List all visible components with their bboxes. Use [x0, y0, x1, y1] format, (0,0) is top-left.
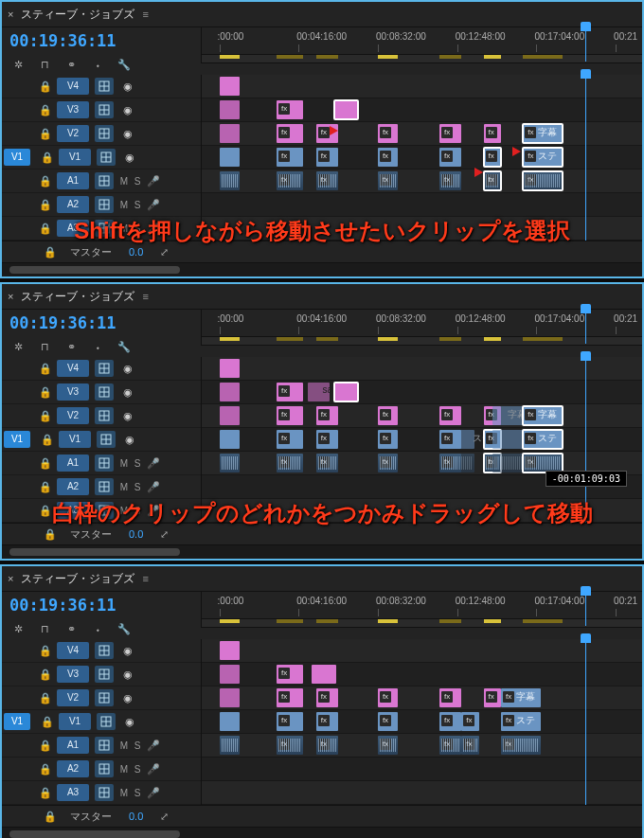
lock-icon[interactable]: 🔒 — [34, 481, 57, 493]
mute-button[interactable]: M — [117, 176, 131, 187]
fx-badge[interactable]: fx — [441, 739, 453, 750]
track-header-v3[interactable]: 🔒 V3 ◉ — [2, 663, 201, 686]
source-patch-v1[interactable]: V1 — [4, 713, 30, 730]
clip[interactable]: fx — [316, 430, 338, 449]
sync-lock-icon[interactable] — [95, 502, 114, 519]
track-label[interactable]: A3 — [57, 784, 89, 801]
eye-icon[interactable]: ◉ — [119, 716, 140, 728]
sync-lock-icon[interactable] — [95, 101, 114, 118]
fx-badge[interactable]: fx — [503, 691, 514, 703]
track-lane[interactable] — [202, 193, 642, 217]
lock-icon[interactable]: 🔒 — [36, 152, 59, 164]
mic-icon[interactable]: 🎤 — [144, 223, 163, 235]
track-label[interactable]: A3 — [57, 502, 89, 519]
clip[interactable] — [220, 383, 240, 401]
clip[interactable]: fx — [378, 430, 398, 449]
clip[interactable]: fx — [439, 124, 461, 143]
sync-lock-icon[interactable] — [95, 478, 114, 495]
scrollbar-thumb[interactable] — [9, 266, 180, 274]
fx-badge[interactable]: fx — [486, 127, 497, 138]
close-icon[interactable]: × — [8, 573, 13, 584]
track-body[interactable]: fxfxfxfxfxfxfx字幕fxfxfxfxfxfxステfxfxfxfxfx… — [201, 75, 642, 241]
track-header-a1[interactable]: 🔒 A1 M S 🎤 — [2, 169, 201, 193]
marker-icon[interactable]: ⬩ — [91, 622, 104, 635]
fx-badge[interactable]: fx — [318, 456, 330, 468]
fx-badge[interactable]: fx — [380, 409, 391, 420]
eye-icon[interactable]: ◉ — [117, 104, 138, 116]
mic-icon[interactable]: 🎤 — [144, 481, 163, 493]
track-label[interactable]: V4 — [57, 360, 89, 377]
clip[interactable] — [220, 100, 240, 119]
master-track-row[interactable]: 🔒 マスター 0.0 ⤢ — [2, 523, 642, 544]
track-header-v1[interactable]: V1 🔒 V1 ◉ — [2, 146, 201, 169]
lock-icon[interactable]: 🔒 — [34, 410, 57, 422]
track-label[interactable]: V2 — [57, 689, 89, 706]
eye-icon[interactable]: ◉ — [117, 363, 138, 375]
snap-icon[interactable]: ⊓ — [38, 340, 51, 353]
clip[interactable]: fx — [378, 148, 398, 167]
eye-icon[interactable]: ◉ — [119, 434, 140, 446]
link-icon[interactable]: ⚭ — [64, 340, 78, 353]
panel-menu-icon[interactable]: ≡ — [142, 573, 148, 584]
clip[interactable] — [220, 124, 240, 143]
panel-menu-icon[interactable]: ≡ — [142, 291, 148, 302]
fx-badge[interactable]: fx — [486, 151, 497, 162]
eye-icon[interactable]: ◉ — [119, 152, 140, 164]
clip[interactable]: fx — [277, 406, 303, 425]
eye-icon[interactable]: ◉ — [117, 386, 138, 399]
track-header-a3[interactable]: 🔒 A3 M S 🎤 — [2, 499, 201, 523]
lock-icon[interactable]: 🔒 — [34, 505, 57, 517]
clip[interactable]: fx — [461, 712, 479, 731]
horizontal-scrollbar[interactable] — [2, 262, 642, 276]
lock-icon[interactable]: 🔒 — [34, 457, 57, 470]
sync-lock-icon[interactable] — [95, 689, 114, 706]
fx-badge[interactable]: fx — [525, 127, 536, 138]
mic-icon[interactable]: 🎤 — [144, 763, 163, 776]
fx-badge[interactable]: fx — [441, 456, 453, 468]
track-header-a2[interactable]: 🔒 A2 M S 🎤 — [2, 758, 201, 781]
master-value[interactable]: 0.0 — [129, 811, 143, 822]
sync-lock-icon[interactable] — [95, 407, 114, 424]
track-label[interactable]: V4 — [57, 642, 89, 659]
playhead[interactable] — [585, 592, 586, 626]
fx-badge[interactable]: fx — [278, 456, 290, 468]
eye-icon[interactable]: ◉ — [117, 692, 138, 704]
fx-badge[interactable]: fx — [318, 691, 330, 703]
track-lane[interactable] — [202, 75, 642, 98]
mute-button[interactable]: M — [117, 223, 131, 234]
mic-icon[interactable]: 🎤 — [144, 175, 163, 187]
fx-badge[interactable]: fx — [278, 715, 290, 726]
clip[interactable]: fx — [277, 100, 303, 119]
expand-icon[interactable]: ⤢ — [160, 246, 169, 259]
lock-icon[interactable]: 🔒 — [44, 246, 57, 259]
fx-badge[interactable]: fx — [278, 433, 290, 444]
fx-badge[interactable]: fx — [380, 151, 391, 162]
clip[interactable]: fx — [316, 148, 338, 167]
clip[interactable]: fx — [277, 124, 303, 143]
lock-icon[interactable]: 🔒 — [34, 692, 57, 704]
track-lane[interactable]: fxfxfxfxfxfxステ — [202, 146, 642, 169]
track-lane[interactable] — [202, 217, 642, 241]
track-lane[interactable]: fxfxfxfxfxfx — [202, 169, 642, 193]
track-header-v4[interactable]: 🔒 V4 ◉ — [2, 639, 201, 663]
scrollbar-thumb[interactable] — [9, 548, 180, 556]
clip[interactable]: fx — [277, 383, 303, 401]
lock-icon[interactable]: 🔒 — [44, 811, 57, 823]
track-label[interactable]: A1 — [57, 737, 89, 754]
fx-badge[interactable]: fx — [318, 151, 330, 162]
track-header-a2[interactable]: 🔒 A2 M S 🎤 — [2, 193, 201, 217]
master-value[interactable]: 0.0 — [129, 246, 143, 258]
track-lane[interactable]: fx — [202, 98, 642, 122]
clip[interactable]: fx — [378, 736, 398, 755]
clip[interactable] — [220, 736, 240, 755]
lock-icon[interactable]: 🔒 — [34, 645, 57, 657]
track-header-v2[interactable]: 🔒 V2 ◉ — [2, 404, 201, 428]
fx-badge[interactable]: fx — [380, 739, 391, 750]
fx-badge[interactable]: fx — [441, 715, 453, 726]
clip[interactable]: fx — [378, 688, 398, 707]
lock-icon[interactable]: 🔒 — [34, 175, 57, 187]
track-lane[interactable] — [202, 499, 642, 523]
clip[interactable] — [220, 77, 240, 96]
clip[interactable]: fx — [378, 124, 398, 143]
lock-icon[interactable]: 🔒 — [44, 528, 57, 541]
